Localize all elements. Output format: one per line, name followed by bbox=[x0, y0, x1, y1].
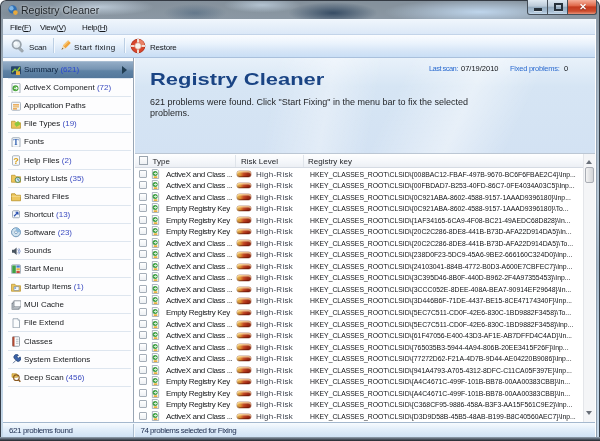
svg-text:T: T bbox=[13, 138, 19, 147]
svg-text:?: ? bbox=[13, 156, 19, 166]
